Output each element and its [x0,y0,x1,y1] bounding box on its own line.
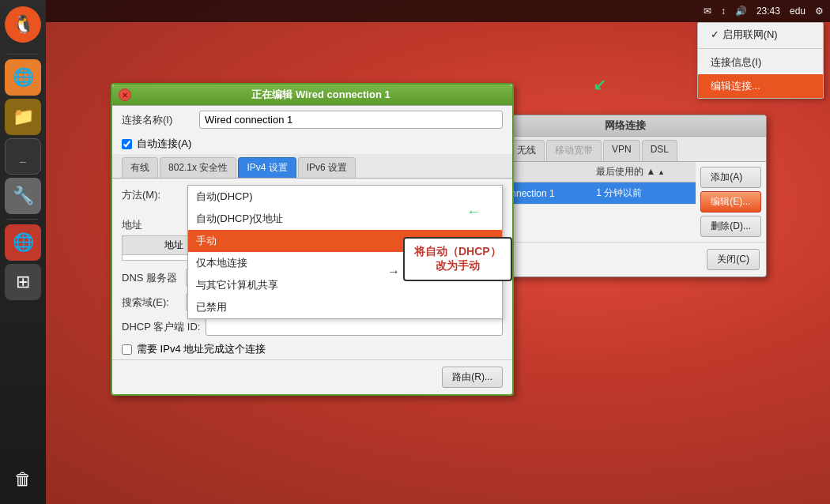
files-icon[interactable]: 📁 [5,99,41,135]
connection-name-input[interactable] [199,111,503,129]
auto-connect-label: 自动连接(A) [137,137,191,151]
edit-dialog-titlebar: ✕ 正在编辑 Wired connection 1 [112,85,512,106]
edit-dialog-close[interactable]: ✕ [119,88,131,101]
apps-icon[interactable]: ⊞ [5,264,41,300]
taskbar-left: 🐧 🌐 📁 _ 🔧 🌐 ⊞ 🗑 [0,0,46,504]
connection-name-label: 连接名称(I) [122,113,193,127]
subtab-ipv6[interactable]: IPv6 设置 [298,157,356,178]
require-ipv4-checkbox[interactable] [122,344,132,355]
tab-mobile: 移动宽带 [546,140,602,161]
topbar-clock: 23:43 [756,6,780,17]
topbar-volume[interactable]: 🔊 [735,6,747,17]
callout-annotation: 将自动（DHCP） 改为手动 [403,237,512,281]
method-label: 方法(M): [122,185,181,202]
firefox-icon[interactable]: 🌐 [5,59,41,96]
edit-connection-button[interactable]: 编辑(E)... [700,191,761,213]
method-area: 方法(M): 手动 ▼ 自动(DHCP) 自动(DHCP)仅地址 手动 仅本地连… [112,179,512,213]
delete-connection-button[interactable]: 删除(D)... [700,216,761,237]
tab-dsl[interactable]: DSL [642,140,677,161]
close-network-dialog-button[interactable]: 关闭(C) [707,249,760,270]
auto-connect-row: 自动连接(A) [112,134,512,154]
topbar-user[interactable]: edu [790,6,805,17]
col-last-used[interactable]: 最后使用的 ▲ [590,162,696,182]
tray-enable-network[interactable]: 启用联网(N) [698,23,823,47]
edit-dialog-footer: 路由(R)... [112,359,512,394]
tray-connection-info[interactable]: 连接信息(I) [698,51,823,74]
option-auto-dhcp[interactable]: 自动(DHCP) [188,186,502,208]
search-label: 搜索域(E): [122,295,181,310]
option-auto-dhcp-addr[interactable]: 自动(DHCP)仅地址 [188,208,502,230]
topbar-settings[interactable]: ⚙ [815,6,824,17]
arrow-tray-to-dialog: ↙ [593,75,606,94]
tray-menu-divider [698,48,823,49]
topbar-network[interactable]: ↕ [721,6,726,17]
subtab-ipv4[interactable]: IPv4 设置 [238,157,296,178]
method-dropdown-container: 手动 ▼ 自动(DHCP) 自动(DHCP)仅地址 手动 仅本地连接 与其它计算… [187,185,503,207]
conn-last-used: 1 分钟以前 [590,182,696,205]
network-icon[interactable]: 🌐 [5,224,41,261]
topbar: ✉ ↕ 🔊 23:43 edu ⚙ [46,0,830,22]
arrow-dropdown-to-callout: → [387,265,400,279]
subtab-wired[interactable]: 有线 [122,157,158,178]
dhcp-client-id-input[interactable] [206,318,503,336]
require-ipv4-row: 需要 IPv4 地址完成这个连接 [112,339,512,359]
trash-icon[interactable]: 🗑 [5,461,41,498]
require-ipv4-label: 需要 IPv4 地址完成这个连接 [137,342,266,356]
ubuntu-icon[interactable]: 🐧 [5,6,41,43]
desktop: 🐧 🌐 📁 _ 🔧 🌐 ⊞ 🗑 ✉ ↕ 🔊 23:43 edu ⚙ 启用联网(N… [0,0,830,504]
tray-edit-connections[interactable]: 编辑连接... [698,74,823,98]
edit-dialog-title: 正在编辑 Wired connection 1 [136,88,506,102]
add-connection-button[interactable]: 添加(A) [700,167,761,188]
route-button[interactable]: 路由(R)... [442,367,503,388]
connection-name-row: 连接名称(I) [112,106,512,134]
taskbar-divider-2 [7,219,39,220]
terminal-icon[interactable]: _ [5,138,41,175]
tab-vpn[interactable]: VPN [603,140,640,161]
topbar-email[interactable]: ✉ [704,6,711,17]
taskbar-divider-1 [7,54,39,55]
action-buttons: 添加(A) 编辑(E)... 删除(D)... [696,162,766,242]
dns-label: DNS 服务器 [122,271,181,285]
system-tray-menu: 启用联网(N) 连接信息(I) 编辑连接... [697,22,824,99]
edit-sub-tabs: 有线 802.1x 安全性 IPv4 设置 IPv6 设置 [112,154,512,179]
arrow-edit-to-dialog: ← [466,204,481,220]
option-disabled[interactable]: 已禁用 [188,296,502,318]
settings-icon[interactable]: 🔧 [5,178,41,214]
subtab-8021x[interactable]: 802.1x 安全性 [160,157,236,178]
auto-connect-checkbox[interactable] [122,139,132,149]
dhcp-label: DHCP 客户端 ID: [122,320,201,334]
network-dialog-title: 网络连接 [491,118,760,133]
